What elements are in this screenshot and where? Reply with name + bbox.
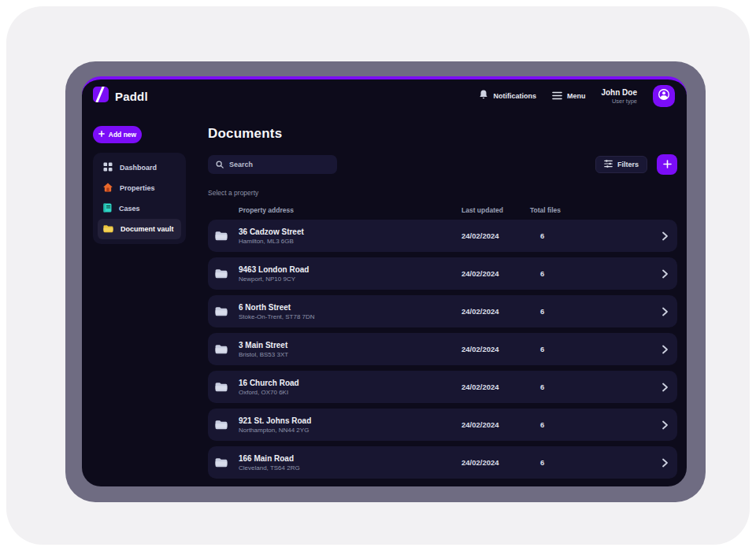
chevron-right-icon — [652, 420, 677, 430]
filters-label: Filters — [617, 161, 639, 168]
total-files-cell: 6 — [530, 307, 652, 316]
last-updated-cell: 24/02/2024 — [461, 458, 530, 467]
folder-icon — [208, 344, 239, 354]
folder-icon — [103, 222, 113, 236]
paddl-logo-icon — [93, 87, 109, 105]
notifications-button[interactable]: Notifications — [479, 89, 536, 103]
add-new-button[interactable]: Add new — [93, 126, 142, 143]
sidebar-item-cases[interactable]: Cases — [98, 198, 181, 219]
address-cell: 16 Church Road Oxford, OX70 6KI — [239, 379, 461, 396]
grid-icon — [103, 161, 113, 175]
add-document-button[interactable] — [657, 154, 677, 175]
last-updated-cell: 24/02/2024 — [461, 420, 530, 429]
sidebar-item-label: Dashboard — [120, 164, 157, 172]
topbar: Paddl Notifications — [82, 80, 687, 113]
folder-icon — [208, 457, 239, 468]
sidebar-item-label: Properties — [120, 184, 155, 192]
plus-icon — [663, 159, 672, 171]
property-row[interactable]: 3 Main Street Bristol, BS53 3XT 24/02/20… — [208, 333, 677, 365]
sidebar-item-dashboard[interactable]: Dashboard — [98, 157, 181, 178]
chevron-right-icon — [652, 231, 677, 241]
user-block: John Doe User type — [601, 88, 637, 105]
column-header-total-files: Total files — [530, 206, 652, 214]
column-header-property-address: Property address — [239, 206, 461, 214]
brand: Paddl — [93, 87, 148, 105]
folder-icon — [208, 382, 239, 392]
last-updated-cell: 24/02/2024 — [461, 383, 530, 391]
search-icon — [216, 157, 224, 172]
avatar[interactable] — [653, 85, 675, 107]
house-icon — [103, 181, 113, 195]
property-row[interactable]: 921 St. Johns Road Northampton, NN44 2YG… — [208, 409, 677, 441]
brand-name: Paddl — [115, 90, 148, 103]
address-line: 9463 London Road — [239, 265, 461, 274]
last-updated-cell: 24/02/2024 — [461, 345, 530, 353]
address-cell: 9463 London Road Newport, NP10 9CY — [239, 265, 461, 283]
folder-icon — [208, 268, 239, 279]
property-row[interactable]: 16 Church Road Oxford, OX70 6KI 24/02/20… — [208, 371, 677, 403]
sidebar: Add new Da — [82, 113, 208, 479]
address-line: 3 Main Street — [239, 341, 461, 349]
locality-line: Hamilton, ML3 6GB — [239, 238, 461, 245]
total-files-cell: 6 — [530, 420, 652, 429]
select-property-label: Select a property — [208, 189, 677, 197]
device-frame: Paddl Notifications — [65, 61, 706, 502]
chevron-right-icon — [652, 307, 677, 316]
total-files-cell: 6 — [530, 269, 652, 278]
address-cell: 6 North Street Stoke-On-Trent, ST78 7DN — [239, 303, 461, 320]
sidebar-item-label: Document vault — [120, 225, 174, 233]
property-row[interactable]: 6 North Street Stoke-On-Trent, ST78 7DN … — [208, 295, 677, 327]
menu-button[interactable]: Menu — [552, 89, 586, 103]
hamburger-icon — [552, 89, 562, 103]
property-row[interactable]: 166 Main Road Cleveland, TS64 2RG 24/02/… — [208, 446, 677, 479]
locality-line: Newport, NP10 9CY — [239, 276, 461, 283]
total-files-cell: 6 — [530, 231, 652, 240]
address-cell: 166 Main Road Cleveland, TS64 2RG — [239, 454, 461, 471]
plus-icon — [98, 131, 105, 139]
main-content: Documents — [208, 113, 687, 479]
chevron-right-icon — [652, 458, 677, 468]
total-files-cell: 6 — [530, 383, 652, 391]
total-files-cell: 6 — [530, 458, 652, 467]
filters-button[interactable]: Filters — [595, 156, 647, 173]
total-files-cell: 6 — [530, 345, 652, 353]
last-updated-cell: 24/02/2024 — [461, 269, 530, 278]
folder-icon — [208, 306, 239, 316]
locality-line: Stoke-On-Trent, ST78 7DN — [239, 313, 461, 320]
property-row[interactable]: 9463 London Road Newport, NP10 9CY 24/02… — [208, 257, 677, 290]
chevron-right-icon — [652, 345, 677, 354]
property-list: 36 Cadzow Street Hamilton, ML3 6GB 24/02… — [208, 220, 677, 479]
folder-icon — [208, 231, 239, 241]
address-cell: 3 Main Street Bristol, BS53 3XT — [239, 341, 461, 358]
sidebar-item-label: Cases — [119, 205, 140, 213]
folder-icon — [208, 420, 239, 430]
notifications-label: Notifications — [493, 92, 536, 100]
user-subtitle: User type — [601, 98, 637, 105]
sliders-icon — [604, 160, 613, 169]
locality-line: Bristol, BS53 3XT — [239, 351, 461, 358]
search-box[interactable] — [208, 155, 337, 174]
property-row[interactable]: 36 Cadzow Street Hamilton, ML3 6GB 24/02… — [208, 220, 677, 252]
search-input[interactable] — [229, 161, 329, 168]
locality-line: Cleveland, TS64 2RG — [239, 464, 461, 471]
book-icon — [103, 202, 112, 216]
chevron-right-icon — [652, 269, 677, 279]
last-updated-cell: 24/02/2024 — [461, 231, 530, 240]
locality-line: Northampton, NN44 2YG — [239, 427, 461, 434]
address-cell: 921 St. Johns Road Northampton, NN44 2YG — [239, 416, 461, 434]
last-updated-cell: 24/02/2024 — [461, 307, 530, 316]
address-line: 6 North Street — [239, 303, 461, 312]
sidebar-nav: Dashboard Properties — [93, 153, 186, 244]
locality-line: Oxford, OX70 6KI — [239, 389, 461, 396]
sidebar-item-properties[interactable]: Properties — [98, 178, 181, 198]
address-cell: 36 Cadzow Street Hamilton, ML3 6GB — [239, 227, 461, 245]
page-title: Documents — [208, 126, 677, 142]
sidebar-item-document-vault[interactable]: Document vault — [98, 219, 181, 239]
address-line: 166 Main Road — [239, 454, 461, 463]
chevron-right-icon — [652, 383, 677, 392]
address-line: 921 St. Johns Road — [239, 416, 461, 425]
app-window: Paddl Notifications — [82, 76, 687, 486]
address-line: 36 Cadzow Street — [239, 227, 461, 236]
address-line: 16 Church Road — [239, 379, 461, 387]
table-header: Property address Last updated Total file… — [208, 206, 677, 214]
